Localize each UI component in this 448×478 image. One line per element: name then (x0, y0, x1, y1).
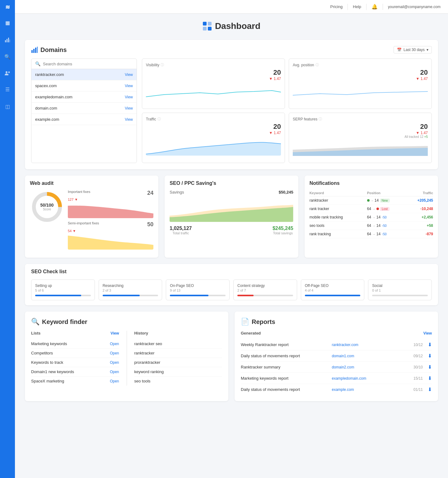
svg-rect-6 (203, 22, 207, 26)
checklist-item-on-page-seo[interactable]: On-Page SEO 9 of 13 (166, 279, 230, 300)
report-domain[interactable]: domain2.com (332, 365, 398, 369)
progress-bar-wrap (35, 295, 91, 296)
sidebar-icon-users[interactable] (3, 69, 12, 77)
kf-history-item: keyword ranking (134, 369, 164, 374)
date-filter[interactable]: 📅 Last 30 days ▾ (394, 46, 432, 54)
progress-bar-wrap (103, 295, 158, 296)
download-icon[interactable]: ⬇ (428, 342, 432, 348)
table-row: rank tracking 64 → 14 ↑50 -879 (310, 230, 433, 238)
report-date: 09/12 (401, 354, 423, 358)
savings-header: Savings $50,245 (170, 190, 293, 194)
top-nav: Pricing Help 🔔 youremail@companyname.com (15, 0, 448, 14)
arrow-icon: → (372, 232, 375, 236)
nav-divider-2 (366, 4, 366, 10)
report-row: Marketing keywords report exampledomain.… (241, 373, 432, 384)
pos-dot-red (376, 208, 379, 210)
download-icon[interactable]: ⬇ (428, 375, 432, 381)
reports-view-link[interactable]: View (423, 331, 432, 335)
domain-view-link[interactable]: View (125, 95, 133, 99)
domain-item-example[interactable]: example.com View (31, 114, 137, 125)
kf-item-name: Marketing keywords (31, 341, 67, 346)
fix-label-semi: Semi-important fixes 50 (68, 221, 153, 228)
download-icon[interactable]: ⬇ (428, 387, 432, 392)
reports-section: 📄 Reports Generated View Weekly Ranktrac… (235, 312, 438, 401)
report-domain[interactable]: exampledomain.com (332, 376, 398, 381)
badge-new: New (380, 199, 390, 203)
kf-open-link[interactable]: Open (110, 370, 119, 374)
position-cell: → 14 New (367, 196, 406, 205)
domain-item-ranktracker[interactable]: ranktracker.com View (31, 69, 137, 80)
domain-item-domain[interactable]: domain.com View (31, 103, 137, 114)
kf-open-link[interactable]: Open (110, 351, 119, 355)
donut-label: 50/100 Score (40, 203, 54, 212)
checklist-item-progress: 0 of 1 (372, 288, 428, 292)
checklist-item-off-page-seo[interactable]: Off-Page SEO 4 of 4 (301, 279, 365, 300)
kf-open-link[interactable]: Open (110, 360, 119, 365)
donut-chart: 50/100 Score (30, 190, 64, 224)
checklist-item-researching[interactable]: Researching 2 of 3 (99, 279, 162, 300)
checklist-item-setting-up[interactable]: Setting up 5 of 6 (31, 279, 95, 300)
report-domain[interactable]: domain1.com (332, 354, 398, 358)
progress-bar-wrap (372, 295, 428, 296)
list-item: Marketing keywords Open (31, 339, 119, 349)
savings-label: Savings (170, 190, 184, 194)
sidebar-logo: ≋ (5, 4, 10, 11)
domain-item-exampledomain[interactable]: exampledomain.com View (31, 91, 137, 103)
pricing-link[interactable]: Pricing (330, 4, 343, 9)
serp-chart (293, 140, 428, 159)
metric-label: Visibility ⓘ (146, 63, 281, 67)
svg-rect-3 (10, 40, 10, 42)
progress-bar-fill (35, 295, 81, 296)
checklist-item-label: Researching (103, 284, 158, 288)
download-icon[interactable]: ⬇ (428, 353, 432, 359)
report-domain[interactable]: example.com (332, 387, 398, 392)
position-cell: 64 → 14 ↑50 (367, 213, 406, 222)
sidebar-icon-reports[interactable]: ◫ (3, 102, 12, 111)
kf-open-link[interactable]: Open (110, 379, 119, 383)
svg-point-4 (6, 71, 7, 73)
sidebar-icon-dashboard[interactable]: ▦ (3, 18, 12, 28)
report-name: Ranktracker summary (241, 365, 329, 369)
kf-open-link[interactable]: Open (110, 342, 119, 346)
report-domain[interactable]: ranktracker.com (332, 343, 398, 347)
main-content: Pricing Help 🔔 youremail@companyname.com… (15, 0, 448, 478)
domain-item-spacex[interactable]: spacex.com View (31, 80, 137, 91)
sidebar-icon-search[interactable]: 🔍 (2, 52, 12, 62)
metric-visibility: Visibility ⓘ 20 ▼ 1.47 (142, 59, 285, 109)
domain-search-input[interactable] (43, 62, 133, 66)
user-email[interactable]: youremail@companyname.com (388, 5, 441, 9)
checklist-item-label: Setting up (35, 284, 91, 288)
svg-rect-1 (7, 39, 7, 42)
fix-row-important: Important fixes 24 127 ▼ (68, 190, 153, 218)
svg-rect-9 (208, 27, 212, 30)
notifications-table: Keyword Position Traffic ranktracker → 1… (310, 190, 433, 238)
sidebar-icon-list[interactable]: ☰ (3, 85, 12, 94)
notification-bell-icon[interactable]: 🔔 (371, 4, 378, 10)
domain-view-link[interactable]: View (125, 84, 133, 88)
domain-view-link[interactable]: View (125, 117, 133, 122)
metric-change: ▼ 1.47 (146, 77, 281, 81)
dashboard-title: Dashboard (215, 21, 260, 31)
kf-lists-label: Lists (31, 331, 40, 335)
help-link[interactable]: Help (353, 4, 361, 9)
list-item: Keywords to track Open (31, 358, 119, 367)
download-icon[interactable]: ⬇ (428, 364, 432, 370)
domain-view-link[interactable]: View (125, 73, 133, 77)
domain-search-box: 🔍 (31, 59, 137, 69)
checklist-section: SEO Check list Setting up 5 of 6 Researc… (25, 264, 438, 305)
sidebar-icon-analytics[interactable] (3, 35, 12, 45)
traffic-cell: +2,456 (406, 213, 433, 222)
nav-divider-3 (383, 4, 383, 10)
kf-item-name: SpaceX marketing (31, 379, 64, 383)
report-date: 30/10 (401, 365, 423, 369)
checklist-item-content-strategy[interactable]: Content strategy 2 of 7 (233, 279, 297, 300)
checklist-item-social[interactable]: Social 0 of 1 (368, 279, 432, 300)
list-item: seo tools (134, 377, 222, 386)
kf-lists-col: Lists View Marketing keywords Open Compe… (31, 331, 119, 386)
dashboard-header: Dashboard (25, 21, 438, 31)
metric-change: ▼ 1.47 (293, 77, 428, 81)
list-item: Competitors Open (31, 349, 119, 358)
visibility-chart (146, 83, 281, 101)
domain-view-link[interactable]: View (125, 106, 133, 110)
kf-lists-view-link[interactable]: View (110, 331, 119, 335)
